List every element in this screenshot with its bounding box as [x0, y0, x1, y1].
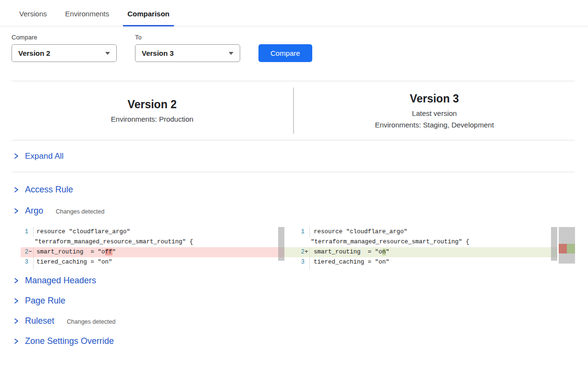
diff-sign — [305, 267, 309, 269]
version-left-title: Version 2 — [128, 98, 177, 112]
version-right-title: Version 3 — [410, 92, 459, 106]
compare-button[interactable]: Compare — [258, 44, 312, 62]
changes-detected-badge: Changes detected — [67, 317, 115, 325]
code-segment: " — [386, 249, 390, 255]
removed-sign: − — [28, 247, 33, 257]
left-pane-scrollbar[interactable] — [278, 227, 284, 261]
code-line: resource "cloudflare_argo" — [33, 227, 284, 237]
chevron-right-icon — [13, 208, 19, 214]
minimap-added-marker — [567, 244, 575, 253]
line-number: 1 — [21, 227, 28, 237]
section-zone-settings-override[interactable]: Zone Settings Override — [12, 331, 575, 351]
compare-version-select[interactable]: Version 2 — [12, 44, 117, 62]
line-number: 3 — [21, 257, 28, 267]
version-right-environments: Environments: Staging, Development — [375, 121, 494, 129]
section-label: Managed Headers — [25, 276, 96, 286]
diff-overview-ruler[interactable] — [559, 227, 575, 264]
diff-pane-original: 1 resource "cloudflare_argo" "terraform_… — [21, 227, 284, 269]
code-line-wrapped: "terraform_managed_resource_smart_routin… — [33, 237, 284, 247]
tab-versions[interactable]: Versions — [15, 10, 51, 26]
code-line: resource "cloudflare_argo" — [309, 227, 557, 237]
code-line: } — [33, 267, 284, 269]
chevron-right-icon — [13, 318, 19, 324]
right-pane-scrollbar[interactable] — [551, 227, 557, 261]
section-managed-headers[interactable]: Managed Headers — [12, 270, 575, 291]
code-line: tiered_caching = "on" — [33, 257, 284, 267]
code-line-wrapped: "terraform_managed_resource_smart_routin… — [309, 237, 557, 247]
expand-all-button[interactable]: Expand All — [12, 140, 575, 172]
chevron-right-icon — [13, 338, 19, 344]
diff-sign — [305, 227, 309, 237]
section-label: Access Rule — [25, 185, 73, 195]
line-number — [284, 267, 305, 269]
section-label: Page Rule — [25, 296, 65, 306]
line-number — [21, 267, 28, 269]
chevron-right-icon — [13, 298, 19, 304]
version-left-environments: Environments: Production — [111, 115, 194, 123]
tab-bar: Versions Environments Comparison — [0, 0, 588, 26]
diff-sign — [28, 237, 33, 247]
compare-form: Compare Version 2 To Version 3 Compare — [12, 34, 588, 62]
changes-detected-badge: Changes detected — [56, 207, 104, 215]
line-number — [284, 237, 305, 247]
chevron-down-icon — [105, 52, 110, 55]
code-line: tiered_caching = "on" — [309, 257, 557, 267]
tab-environments[interactable]: Environments — [61, 10, 114, 26]
compare-version-value: Version 2 — [18, 49, 50, 57]
chevron-right-icon — [13, 187, 19, 193]
code-segment: smart_routing = "o — [314, 249, 382, 255]
section-label: Argo — [25, 206, 43, 216]
line-number: 1 — [284, 227, 305, 237]
diff-sign — [305, 257, 309, 267]
expand-all-label: Expand All — [25, 152, 63, 161]
added-sign: + — [305, 247, 309, 257]
version-headers: Version 2 Environments: Production Versi… — [12, 81, 575, 140]
code-line: smart_routing = "on" — [309, 247, 557, 257]
section-label: Zone Settings Override — [25, 336, 114, 346]
tab-comparison[interactable]: Comparison — [123, 10, 174, 26]
chevron-down-icon — [229, 52, 233, 55]
version-right-latest-label: Latest version — [412, 109, 457, 117]
code-line: smart_routing = "off" — [33, 247, 284, 257]
to-version-value: Version 3 — [142, 49, 174, 57]
diff-sign — [28, 267, 33, 269]
argo-diff-editor: 1 resource "cloudflare_argo" "terraform_… — [21, 227, 575, 269]
code-segment: " — [112, 249, 116, 255]
compare-label: Compare — [12, 34, 117, 41]
line-number: 2 — [21, 247, 28, 257]
line-number — [21, 237, 28, 247]
code-segment: smart_routing = "o — [37, 249, 105, 255]
section-page-rule[interactable]: Page Rule — [12, 291, 575, 311]
section-argo[interactable]: Argo Changes detected — [12, 200, 575, 221]
diff-sign — [305, 237, 309, 247]
code-line: } — [309, 267, 557, 269]
sections-list: Access Rule Argo Changes detected 1 reso… — [12, 179, 575, 351]
minimap-removed-marker — [559, 244, 567, 253]
added-word-highlight: n — [382, 249, 386, 255]
to-version-select[interactable]: Version 3 — [135, 44, 240, 62]
chevron-right-icon — [13, 278, 19, 284]
version-left-header: Version 2 Environments: Production — [12, 81, 293, 140]
section-access-rule[interactable]: Access Rule — [12, 179, 575, 200]
line-number: 2 — [284, 247, 305, 257]
chevron-right-icon — [13, 153, 19, 159]
diff-sign — [28, 227, 33, 237]
diff-pane-modified: 1 resource "cloudflare_argo" "terraform_… — [284, 227, 557, 269]
to-label: To — [135, 34, 240, 41]
version-right-header: Version 3 Latest version Environments: S… — [294, 81, 576, 140]
removed-word-highlight: ff — [105, 249, 112, 255]
section-ruleset[interactable]: Ruleset Changes detected — [12, 311, 575, 331]
diff-sign — [28, 257, 33, 267]
line-number: 3 — [284, 257, 305, 267]
diff-removed-line: 2 − smart_routing = "off" — [21, 247, 284, 257]
diff-added-line: 2 + smart_routing = "on" — [284, 247, 557, 257]
section-label: Ruleset — [25, 316, 54, 326]
